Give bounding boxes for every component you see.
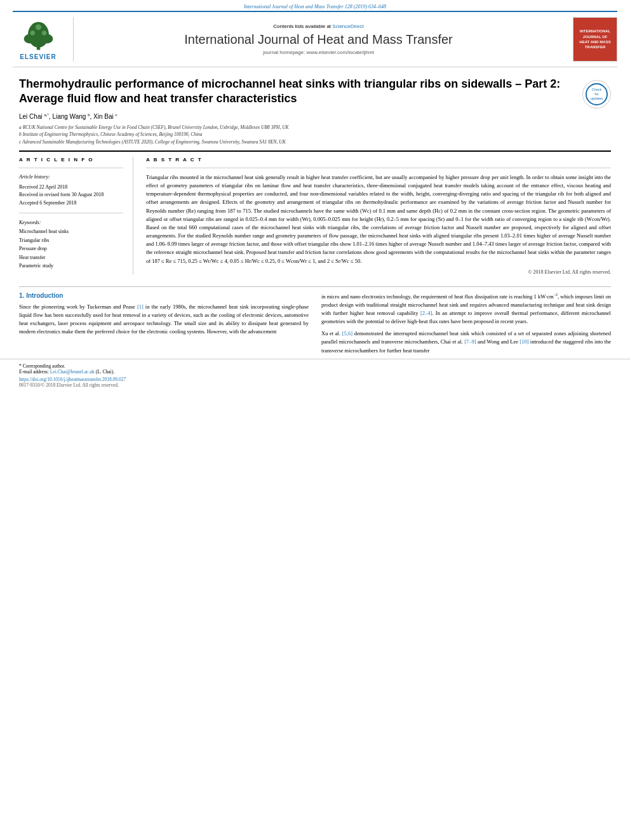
logo-box-text: INTERNATIONALJOURNAL OFHEAT AND MASSTRAN… [579, 29, 610, 50]
doi-text: https://doi.org/10.1016/j.ijheatmasstran… [19, 377, 126, 382]
elsevier-tree-icon [21, 18, 56, 53]
section1-heading: 1. Introduction [19, 292, 309, 299]
body-col-right-text: in micro and nano electronics technology… [321, 292, 611, 355]
journal-logo-box: INTERNATIONALJOURNAL OFHEAT AND MASSTRAN… [573, 17, 617, 62]
thick-divider [19, 150, 611, 152]
abstract-label: A B S T R A C T [146, 157, 611, 163]
keywords-section: Keywords: Microchannel heat sinks Triang… [19, 220, 123, 270]
elsevier-logo: ELSEVIER [13, 18, 64, 60]
abstract-paragraph: Triangular ribs mounted in the microchan… [146, 173, 611, 265]
intro-paragraph-3: Xu et al. [5,6] demonstrated the interru… [321, 330, 611, 355]
article-title: Thermohydraulic performance of microchan… [19, 77, 611, 107]
article-info-col: A R T I C L E I N F O Article history: R… [19, 157, 133, 275]
affiliation-b: b Institute of Engineering Thermophysics… [19, 131, 611, 138]
intro-paragraph-1: Since the pioneering work by Tuckerman a… [19, 303, 309, 337]
email-label: E-mail address: [19, 369, 50, 375]
elsevier-branding: ELSEVIER [13, 17, 74, 62]
article-two-col: A R T I C L E I N F O Article history: R… [19, 157, 611, 275]
journal-title-header: International Journal of Heat and Mass T… [184, 32, 452, 47]
ref-7-9: [7–9] [464, 338, 476, 345]
svg-point-5 [30, 30, 34, 35]
svg-point-4 [35, 24, 41, 30]
keyword-4: Heat transfer [19, 253, 123, 262]
intro-paragraph-2: in micro and nano electronics technology… [321, 292, 611, 326]
ref-10: [10] [519, 338, 528, 345]
affiliation-c: c Advanced Sustainable Manufacturing Tec… [19, 138, 611, 145]
email-link[interactable]: Lei.Chai@brunel.ac.uk [50, 369, 95, 375]
rights-line: 0017-9310/© 2018 Elsevier Ltd. All right… [19, 382, 611, 388]
accepted-date: Accepted 6 September 2018 [19, 199, 123, 208]
journal-header: ELSEVIER Contents lists available at Sci… [13, 11, 617, 67]
revised-date: Received in revised form 30 August 2018 [19, 191, 123, 199]
history-title: Article history: [19, 173, 123, 182]
section1-title: Introduction [26, 292, 63, 299]
footnote-area: * Corresponding author. E-mail address: … [0, 359, 630, 392]
abstract-text: Triangular ribs mounted in the microchan… [146, 173, 611, 265]
contents-line: Contents lists available at ScienceDirec… [273, 23, 363, 29]
abstract-divider [146, 168, 611, 168]
elsevier-text: ELSEVIER [20, 53, 56, 60]
keyword-1: Microchannel heat sinks [19, 227, 123, 236]
section1-number: 1. [19, 292, 24, 299]
keyword-3: Pressure drop [19, 244, 123, 253]
article-content: Checkforupdates Thermohydraulic performa… [0, 67, 630, 281]
body-col-left-text: Since the pioneering work by Tuckerman a… [19, 303, 309, 337]
affiliations: a RCUK National Centre for Sustainable E… [19, 124, 611, 145]
author-liang-wang: Liang Wang b, [52, 113, 91, 120]
received-date: Received 22 April 2018 [19, 183, 123, 192]
authors-line: Lei Chai a,*, Liang Wang b, Xin Bai c [19, 113, 611, 120]
corresponding-author-note: * Corresponding author. [19, 363, 611, 369]
article-history: Article history: Received 22 April 2018 … [19, 173, 123, 208]
article-info-label: A R T I C L E I N F O [19, 157, 123, 163]
svg-point-2 [23, 34, 35, 44]
copyright-line: © 2018 Elsevier Ltd. All rights reserved… [146, 269, 611, 275]
check-updates-text: Checkforupdates [591, 88, 603, 101]
keywords-divider [19, 213, 123, 213]
body-col-left: 1. Introduction Since the pioneering wor… [19, 292, 309, 359]
doi-line[interactable]: https://doi.org/10.1016/j.ijheatmasstran… [19, 377, 611, 382]
email-note: E-mail address: Lei.Chai@brunel.ac.uk (L… [19, 369, 611, 375]
abstract-col: A B S T R A C T Triangular ribs mounted … [146, 157, 611, 275]
keywords-title: Keywords: [19, 220, 123, 225]
journal-header-center: Contents lists available at ScienceDirec… [74, 17, 563, 62]
check-for-updates-badge[interactable]: Checkforupdates [582, 80, 611, 109]
science-direct-link[interactable]: ScienceDirect [332, 23, 363, 29]
title-area: Checkforupdates Thermohydraulic performa… [19, 77, 611, 113]
check-updates-inner: Checkforupdates [586, 83, 608, 105]
info-divider [19, 168, 123, 168]
top-citation-text: International Journal of Heat and Mass T… [244, 4, 386, 10]
contents-text: Contents lists available at [273, 23, 331, 29]
ref-2-4: [2–4] [420, 310, 432, 316]
svg-point-6 [42, 30, 46, 35]
body-two-col: 1. Introduction Since the pioneering wor… [0, 292, 630, 359]
keyword-2: Triangular ribs [19, 236, 123, 245]
svg-point-3 [41, 34, 53, 44]
ref-1: [1] [137, 303, 144, 310]
top-citation-bar: International Journal of Heat and Mass T… [0, 0, 630, 11]
page: International Journal of Heat and Mass T… [0, 0, 630, 840]
email-name: (L. Chai). [96, 369, 114, 375]
ref-5-6: [5,6] [342, 330, 352, 337]
journal-homepage: journal homepage: www.elsevier.com/locat… [263, 50, 374, 55]
journal-header-right: INTERNATIONALJOURNAL OFHEAT AND MASSTRAN… [563, 17, 617, 62]
affiliation-a: a RCUK National Centre for Sustainable E… [19, 124, 611, 131]
keywords-list: Microchannel heat sinks Triangular ribs … [19, 227, 123, 270]
body-divider [19, 286, 611, 287]
keyword-5: Parametric study [19, 262, 123, 270]
author-xin-bai: Xin Bai c [93, 113, 117, 120]
body-col-right: in micro and nano electronics technology… [321, 292, 611, 359]
author-lei-chai: Lei Chai a,*, [19, 113, 51, 120]
